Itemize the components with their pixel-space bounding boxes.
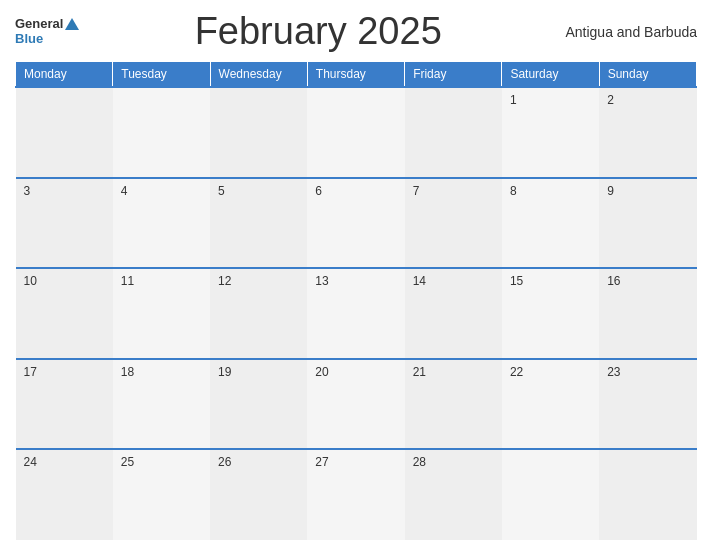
day-number: 21 [413, 365, 426, 379]
logo-blue-text: Blue [15, 32, 43, 46]
calendar-day-cell: 14 [405, 268, 502, 359]
day-number: 20 [315, 365, 328, 379]
day-number: 22 [510, 365, 523, 379]
calendar-day-cell [599, 449, 696, 540]
weekday-header-row: Monday Tuesday Wednesday Thursday Friday… [16, 62, 697, 88]
calendar-day-cell: 4 [113, 178, 210, 269]
logo-general-text: General [15, 17, 63, 31]
calendar-day-cell: 21 [405, 359, 502, 450]
calendar-day-cell: 23 [599, 359, 696, 450]
logo-triangle-icon [65, 18, 79, 30]
calendar-week-row: 12 [16, 87, 697, 178]
calendar-day-cell: 7 [405, 178, 502, 269]
weekday-saturday: Saturday [502, 62, 599, 88]
calendar-day-cell: 10 [16, 268, 113, 359]
day-number: 19 [218, 365, 231, 379]
calendar-day-cell: 17 [16, 359, 113, 450]
calendar-week-row: 10111213141516 [16, 268, 697, 359]
day-number: 28 [413, 455, 426, 469]
day-number: 8 [510, 184, 517, 198]
weekday-wednesday: Wednesday [210, 62, 307, 88]
weekday-friday: Friday [405, 62, 502, 88]
day-number: 15 [510, 274, 523, 288]
calendar-week-row: 2425262728 [16, 449, 697, 540]
calendar-day-cell: 28 [405, 449, 502, 540]
logo: General Blue [15, 17, 79, 46]
calendar-day-cell: 5 [210, 178, 307, 269]
calendar-day-cell: 1 [502, 87, 599, 178]
calendar-table: Monday Tuesday Wednesday Thursday Friday… [15, 61, 697, 540]
calendar-day-cell [113, 87, 210, 178]
day-number: 25 [121, 455, 134, 469]
calendar-day-cell [502, 449, 599, 540]
calendar-week-row: 3456789 [16, 178, 697, 269]
day-number: 18 [121, 365, 134, 379]
calendar-container: General Blue February 2025 Antigua and B… [0, 0, 712, 550]
day-number: 12 [218, 274, 231, 288]
day-number: 16 [607, 274, 620, 288]
calendar-day-cell: 24 [16, 449, 113, 540]
calendar-day-cell: 26 [210, 449, 307, 540]
calendar-day-cell: 18 [113, 359, 210, 450]
day-number: 11 [121, 274, 134, 288]
country-label: Antigua and Barbuda [557, 24, 697, 40]
weekday-sunday: Sunday [599, 62, 696, 88]
calendar-day-cell: 19 [210, 359, 307, 450]
calendar-day-cell: 9 [599, 178, 696, 269]
weekday-tuesday: Tuesday [113, 62, 210, 88]
day-number: 26 [218, 455, 231, 469]
day-number: 2 [607, 93, 614, 107]
calendar-day-cell: 27 [307, 449, 404, 540]
day-number: 9 [607, 184, 614, 198]
day-number: 24 [24, 455, 37, 469]
day-number: 3 [24, 184, 31, 198]
day-number: 17 [24, 365, 37, 379]
calendar-day-cell: 16 [599, 268, 696, 359]
calendar-day-cell: 11 [113, 268, 210, 359]
day-number: 5 [218, 184, 225, 198]
calendar-day-cell: 13 [307, 268, 404, 359]
calendar-day-cell: 6 [307, 178, 404, 269]
calendar-day-cell: 3 [16, 178, 113, 269]
calendar-day-cell: 12 [210, 268, 307, 359]
day-number: 13 [315, 274, 328, 288]
weekday-thursday: Thursday [307, 62, 404, 88]
calendar-day-cell [210, 87, 307, 178]
calendar-day-cell [307, 87, 404, 178]
day-number: 1 [510, 93, 517, 107]
calendar-day-cell: 20 [307, 359, 404, 450]
calendar-title: February 2025 [79, 10, 557, 53]
day-number: 14 [413, 274, 426, 288]
calendar-day-cell: 25 [113, 449, 210, 540]
calendar-week-row: 17181920212223 [16, 359, 697, 450]
calendar-day-cell: 22 [502, 359, 599, 450]
calendar-header: General Blue February 2025 Antigua and B… [15, 10, 697, 53]
day-number: 7 [413, 184, 420, 198]
calendar-day-cell: 15 [502, 268, 599, 359]
calendar-day-cell: 2 [599, 87, 696, 178]
weekday-monday: Monday [16, 62, 113, 88]
calendar-day-cell [16, 87, 113, 178]
day-number: 27 [315, 455, 328, 469]
day-number: 23 [607, 365, 620, 379]
day-number: 10 [24, 274, 37, 288]
day-number: 4 [121, 184, 128, 198]
calendar-day-cell [405, 87, 502, 178]
day-number: 6 [315, 184, 322, 198]
calendar-day-cell: 8 [502, 178, 599, 269]
